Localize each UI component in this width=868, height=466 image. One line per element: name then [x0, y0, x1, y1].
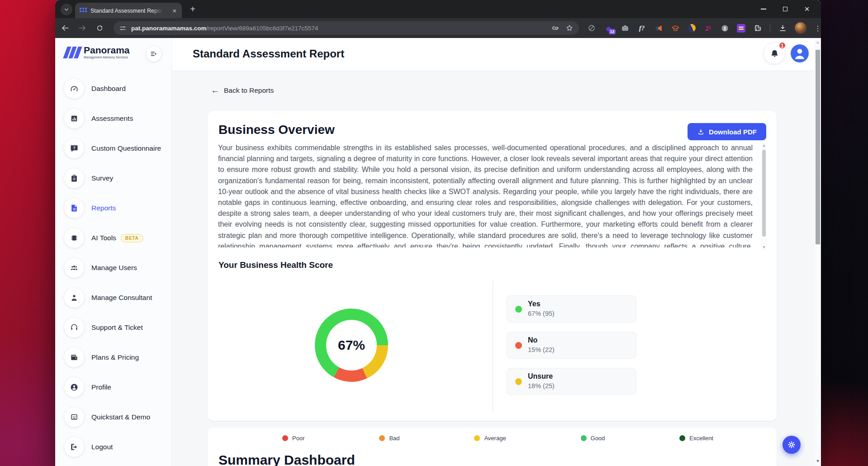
- downloads-button[interactable]: [778, 24, 787, 33]
- sidebar-item-reports[interactable]: Reports: [64, 198, 116, 218]
- new-tab-button[interactable]: +: [187, 4, 198, 15]
- blocked-circle-extension-icon[interactable]: [587, 24, 596, 33]
- minimize-button[interactable]: [758, 3, 769, 15]
- sidebar-item-profile[interactable]: Profile: [64, 377, 111, 397]
- scale-legend: Poor Bad Average Good: [282, 435, 713, 442]
- sidebar-item-dashboard[interactable]: Dashboard: [64, 79, 126, 99]
- sidebar-item-manage-users[interactable]: Manage Users: [64, 258, 137, 278]
- browser-profile-avatar[interactable]: [795, 22, 806, 34]
- yes-dot: [515, 306, 522, 313]
- extensions-puzzle-icon[interactable]: [753, 24, 762, 33]
- paragraph-scrollbar[interactable]: ▲ ▼: [761, 143, 767, 250]
- sidebar-item-support-ticket[interactable]: Support & Ticket: [64, 318, 143, 338]
- sidebar-collapse-button[interactable]: [146, 46, 161, 62]
- purple-hat-extension-icon[interactable]: 13: [604, 24, 613, 33]
- bookmark-star-icon[interactable]: [565, 24, 574, 32]
- address-bar[interactable]: pat.panoramamamas.com/reportView/689a610…: [114, 21, 579, 35]
- graduation-cap-extension-icon[interactable]: [671, 24, 680, 33]
- legend-label: Yes: [528, 300, 541, 308]
- reload-button[interactable]: [92, 21, 107, 35]
- close-window-button[interactable]: ×: [801, 3, 813, 15]
- average-dot: [474, 435, 480, 441]
- password-key-icon[interactable]: [551, 24, 559, 32]
- sidebar-item-label: Quickstart & Demo: [91, 413, 150, 421]
- app-root: Panorama Management Advisory Services Da…: [55, 38, 821, 466]
- logout-icon: [64, 437, 84, 457]
- back-button[interactable]: [58, 21, 72, 35]
- extension-badge: 13: [609, 29, 616, 34]
- extensions-row: 13 f?: [587, 18, 821, 38]
- tab-search-button[interactable]: [61, 4, 72, 15]
- sidebar-item-plans-pricing[interactable]: Plans & Pricing: [64, 347, 139, 367]
- browser-menu-icon[interactable]: ⋮: [814, 27, 821, 29]
- legend-value: 15% (22): [528, 346, 555, 353]
- pink-person-search-extension-icon[interactable]: [703, 24, 712, 33]
- sidebar-item-label: Dashboard: [91, 85, 126, 93]
- gray-download-circle-extension-icon[interactable]: [720, 24, 729, 33]
- sidebar-item-label: Plans & Pricing: [91, 353, 139, 361]
- sidebar-item-logout[interactable]: Logout: [64, 437, 113, 457]
- scale-label: Good: [591, 435, 605, 442]
- back-to-reports-link[interactable]: ← Back to Reports: [211, 86, 274, 95]
- beta-badge: BETA: [121, 234, 143, 243]
- url-host: pat.panoramamamas.com: [131, 25, 207, 32]
- download-pdf-button[interactable]: Download PDF: [688, 123, 766, 140]
- sidebar-item-label: Reports: [91, 204, 116, 212]
- sidebar: Panorama Management Advisory Services Da…: [55, 38, 172, 466]
- tab-title-wrap: Standard Assessment Report – P: [90, 6, 163, 14]
- ai-chip-icon: [64, 228, 84, 248]
- sidebar-item-label: Custom Questionnaire: [91, 144, 161, 152]
- sidebar-item-assessments[interactable]: Assessments: [64, 109, 133, 128]
- yellow-navy-circle-extension-icon[interactable]: [688, 24, 696, 32]
- back-label: Back to Reports: [224, 86, 274, 95]
- paragraph-scrollbar-thumb[interactable]: [762, 150, 766, 237]
- scale-label: Poor: [292, 435, 304, 442]
- scrollbar-up-icon[interactable]: ▲: [815, 40, 821, 44]
- legend-label: No: [528, 336, 537, 344]
- tab-close-icon[interactable]: ×: [171, 6, 178, 15]
- legend-value: 67% (95): [528, 310, 555, 317]
- megaphone-extension-icon[interactable]: [654, 24, 663, 33]
- scale-item-average: Average: [474, 435, 506, 442]
- page-title: Standard Assessment Report: [193, 48, 344, 60]
- scrollbar-down-icon[interactable]: ▼: [815, 459, 821, 463]
- window-controls: ×: [758, 0, 817, 18]
- sidebar-item-survey[interactable]: Survey: [64, 168, 113, 188]
- maximize-button[interactable]: [779, 3, 791, 15]
- site-settings-icon[interactable]: [119, 24, 127, 32]
- bar-chart-icon: [64, 109, 84, 128]
- settings-fab-button[interactable]: [783, 436, 801, 454]
- scale-item-excellent: Excellent: [679, 435, 713, 442]
- fquestion-extension-icon[interactable]: f?: [637, 24, 646, 33]
- notifications-button[interactable]: 1: [764, 43, 785, 64]
- sidebar-item-custom-questionnaire[interactable]: ? Custom Questionnaire: [64, 138, 161, 158]
- gear-icon: [787, 440, 796, 449]
- purple-box-extension-icon[interactable]: [737, 24, 745, 33]
- scroll-down-icon[interactable]: ▼: [761, 245, 767, 249]
- unsure-dot: [515, 378, 522, 385]
- legend-value: 18% (25): [528, 382, 555, 390]
- scroll-up-icon[interactable]: ▲: [761, 143, 767, 147]
- sidebar-item-label: Profile: [91, 383, 111, 391]
- health-score-value: 67%: [315, 309, 388, 382]
- tab-standard-assessment-report[interactable]: Standard Assessment Report – P ×: [75, 3, 182, 18]
- sidebar-item-label: Assessments: [91, 114, 133, 123]
- excellent-dot: [679, 435, 685, 441]
- sidebar-item-label: Manage Consultant: [91, 294, 152, 302]
- page-scrollbar-thumb[interactable]: [816, 50, 820, 244]
- report-content: ← Back to Reports Business Overview Down…: [172, 71, 821, 466]
- user-avatar[interactable]: [791, 44, 809, 62]
- camera-extension-icon[interactable]: [621, 24, 630, 33]
- panorama-logo-icon: [65, 47, 80, 58]
- scale-label: Excellent: [689, 435, 713, 442]
- sidebar-item-ai-tools[interactable]: AI Tools BETA: [64, 228, 143, 248]
- panorama-favicon-icon: [80, 7, 87, 14]
- forward-button[interactable]: [75, 21, 90, 35]
- sidebar-item-label: Manage Users: [91, 264, 137, 272]
- page-scrollbar[interactable]: ▲ ▼: [815, 38, 821, 466]
- avatar-person-icon: [791, 44, 809, 62]
- overview-paragraph: Your business exhibits commendable stren…: [218, 143, 753, 247]
- sidebar-item-manage-consultant[interactable]: Manage Consultant: [64, 288, 152, 308]
- sidebar-item-quickstart-demo[interactable]: Quickstart & Demo: [64, 407, 150, 427]
- summary-card: Poor Bad Average Good: [208, 428, 777, 466]
